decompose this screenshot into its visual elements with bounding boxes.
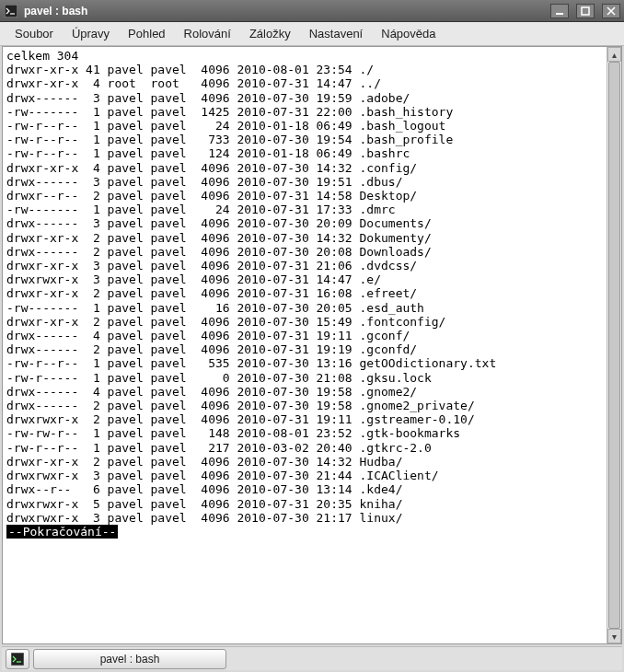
- menu-napoveda[interactable]: Nápověda: [372, 24, 445, 43]
- menu-pohled[interactable]: Pohled: [119, 24, 174, 43]
- menu-upravy[interactable]: Úpravy: [63, 24, 119, 43]
- scroll-track[interactable]: [607, 62, 621, 629]
- svg-rect-0: [5, 5, 17, 17]
- minimize-button[interactable]: [550, 4, 569, 18]
- menu-nastaveni[interactable]: Nastavení: [300, 24, 373, 43]
- terminal-output[interactable]: celkem 304 drwxr-xr-x 41 pavel pavel 409…: [3, 47, 607, 643]
- taskbar: pavel : bash: [2, 646, 622, 670]
- tab-current[interactable]: pavel : bash: [33, 649, 226, 669]
- menubar: Soubor Úpravy Pohled Rolování Záložky Na…: [0, 22, 624, 46]
- terminal-app-icon: [4, 4, 18, 18]
- tab-label: pavel : bash: [100, 653, 160, 666]
- window-title: pavel : bash: [24, 5, 87, 17]
- maximize-button[interactable]: [576, 4, 595, 18]
- scrollbar[interactable]: ▴ ▾: [607, 47, 621, 643]
- terminal-container: celkem 304 drwxr-xr-x 41 pavel pavel 409…: [2, 46, 622, 644]
- menu-soubor[interactable]: Soubor: [6, 24, 63, 43]
- menu-zalozky[interactable]: Záložky: [240, 24, 300, 43]
- titlebar: pavel : bash: [0, 0, 624, 22]
- svg-rect-3: [582, 7, 589, 15]
- terminal-icon: [11, 653, 24, 666]
- scroll-up-button[interactable]: ▴: [607, 47, 621, 62]
- close-button[interactable]: [602, 4, 620, 18]
- svg-rect-6: [11, 653, 24, 666]
- pager-continuation: --Pokračování--: [6, 525, 118, 539]
- scroll-down-button[interactable]: ▾: [607, 629, 621, 643]
- scroll-thumb[interactable]: [608, 62, 620, 629]
- new-tab-button[interactable]: [6, 649, 29, 669]
- menu-rolovani[interactable]: Rolování: [175, 24, 240, 43]
